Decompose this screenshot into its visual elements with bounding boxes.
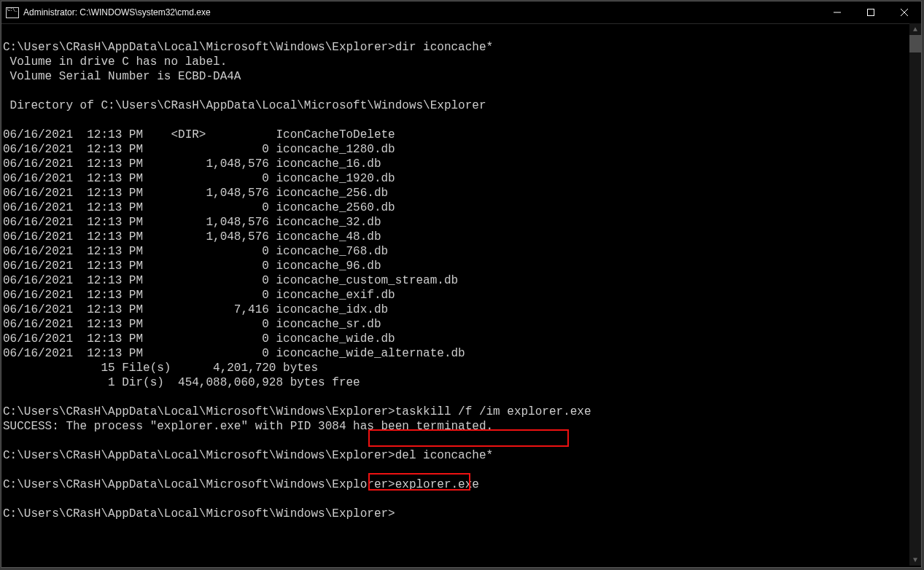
scrollbar[interactable]: ▲ ▼ [909,23,921,566]
typed-command: del iconcache* [395,449,493,462]
prompt-path: C:\Users\CRasH\AppData\Local\Microsoft\W… [3,478,395,491]
cmd-line: C:\Users\CRasH\AppData\Local\Microsoft\W… [3,448,921,463]
dir-row: 06/16/2021 12:13 PM 0 iconcache_96.db [3,259,921,273]
title-left: Administrator: C:\WINDOWS\system32\cmd.e… [1,7,211,18]
prompt-path: C:\Users\CRasH\AppData\Local\Microsoft\W… [3,449,395,462]
titlebar[interactable]: Administrator: C:\WINDOWS\system32\cmd.e… [1,1,921,24]
dir-row: 06/16/2021 12:13 PM 0 iconcache_wide.db [3,332,921,346]
dir-row: 06/16/2021 12:13 PM <DIR> IconCacheToDel… [3,128,921,142]
dir-row: 06/16/2021 12:13 PM 0 iconcache_768.db [3,244,921,259]
output-line: Directory of C:\Users\CRasH\AppData\Loca… [3,98,921,113]
cmd-line: C:\Users\CRasH\AppData\Local\Microsoft\W… [3,477,921,492]
blank-line [3,26,921,40]
output-line: SUCCESS: The process "explorer.exe" with… [3,419,921,434]
svg-rect-0 [868,9,874,16]
cmd-icon [6,7,19,18]
typed-command: explorer.exe [395,478,479,491]
prompt-path: C:\Users\CRasH\AppData\Local\Microsoft\W… [3,507,395,520]
blank-line [3,492,921,507]
prompt-path: C:\Users\CRasH\AppData\Local\Microsoft\W… [3,405,395,418]
dir-row: 06/16/2021 12:13 PM 1,048,576 iconcache_… [3,215,921,230]
terminal-output[interactable]: C:\Users\CRasH\AppData\Local\Microsoft\W… [1,24,921,568]
output-line: Volume Serial Number is ECBD-DA4A [3,69,921,84]
cmd-line: C:\Users\CRasH\AppData\Local\Microsoft\W… [3,405,921,419]
cmd-line: C:\Users\CRasH\AppData\Local\Microsoft\W… [3,507,921,521]
minimize-button[interactable] [820,1,854,23]
output-line: Volume in drive C has no label. [3,55,921,69]
dir-row: 06/16/2021 12:13 PM 0 iconcache_wide_alt… [3,346,921,361]
window-title: Administrator: C:\WINDOWS\system32\cmd.e… [23,7,211,17]
dir-row: 06/16/2021 12:13 PM 1,048,576 iconcache_… [3,157,921,171]
dir-row: 06/16/2021 12:13 PM 1,048,576 iconcache_… [3,230,921,244]
cmd-line: C:\Users\CRasH\AppData\Local\Microsoft\W… [3,40,921,55]
typed-command: taskkill /f /im explorer.exe [395,405,591,418]
blank-line [3,390,921,405]
dir-row: 06/16/2021 12:13 PM 7,416 iconcache_idx.… [3,302,921,317]
blank-line [3,434,921,448]
window-controls [820,1,921,23]
scroll-thumb[interactable] [909,35,921,52]
prompt-path: C:\Users\CRasH\AppData\Local\Microsoft\W… [3,41,395,54]
dir-listing: 06/16/2021 12:13 PM <DIR> IconCacheToDel… [3,128,921,361]
output-line: 15 File(s) 4,201,720 bytes [3,361,921,375]
close-button[interactable] [888,1,921,23]
dir-row: 06/16/2021 12:13 PM 0 iconcache_sr.db [3,317,921,332]
dir-row: 06/16/2021 12:13 PM 1,048,576 iconcache_… [3,186,921,200]
typed-command: dir iconcache* [395,41,493,54]
dir-row: 06/16/2021 12:13 PM 0 iconcache_2560.db [3,200,921,215]
blank-line [3,84,921,98]
scroll-up-icon[interactable]: ▲ [909,23,921,35]
blank-line [3,113,921,128]
dir-row: 06/16/2021 12:13 PM 0 iconcache_1920.db [3,171,921,186]
output-line: 1 Dir(s) 454,088,060,928 bytes free [3,375,921,390]
scroll-down-icon[interactable]: ▼ [909,554,921,566]
cmd-window: Administrator: C:\WINDOWS\system32\cmd.e… [1,1,922,568]
blank-line [3,463,921,477]
dir-row: 06/16/2021 12:13 PM 0 iconcache_custom_s… [3,273,921,288]
dir-row: 06/16/2021 12:13 PM 0 iconcache_exif.db [3,288,921,302]
maximize-button[interactable] [854,1,888,23]
dir-row: 06/16/2021 12:13 PM 0 iconcache_1280.db [3,142,921,157]
